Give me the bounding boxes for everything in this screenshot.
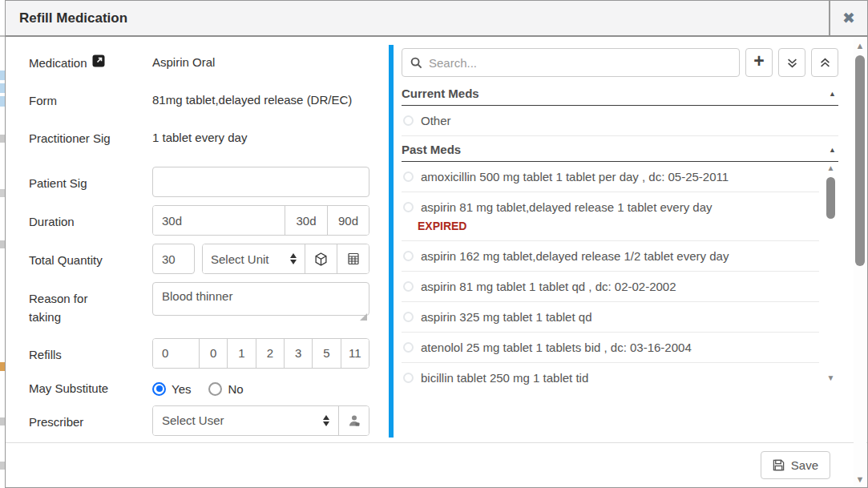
radio-unselected-icon xyxy=(208,382,222,396)
medication-row: Medication Aspirin Oral xyxy=(29,54,389,78)
expired-badge: EXPIRED xyxy=(418,220,819,240)
double-chevron-up-icon xyxy=(820,58,830,68)
refill-medication-dialog: Refill Medication ✖ Medication Aspirin O… xyxy=(5,0,868,488)
past-med-item[interactable]: bicillin tablet 250 mg 1 tablet tid xyxy=(402,363,819,385)
collapse-triangle-icon: ▲ xyxy=(829,146,838,154)
scroll-down-arrow[interactable]: ▼ xyxy=(854,474,866,484)
collapse-all-button[interactable] xyxy=(811,48,838,77)
med-radio-icon xyxy=(403,115,414,126)
dialog-body: Medication Aspirin Oral Form 81mg tablet… xyxy=(6,37,867,442)
refills-0-button[interactable]: 0 xyxy=(199,339,227,368)
calculator-icon xyxy=(347,252,360,265)
practitioner-sig-row: Practitioner Sig 1 tablet every day xyxy=(29,129,389,153)
med-radio-icon xyxy=(403,251,414,261)
refills-1-button[interactable]: 1 xyxy=(227,339,255,368)
refill-form: Medication Aspirin Oral Form 81mg tablet… xyxy=(6,37,389,442)
medication-label: Medication xyxy=(29,54,152,78)
expand-all-button[interactable] xyxy=(778,48,805,77)
total-quantity-input[interactable] xyxy=(152,244,195,274)
current-med-item-other[interactable]: Other xyxy=(402,106,838,136)
duration-row: Duration 30d 90d xyxy=(29,205,389,236)
dialog-header: Refill Medication ✖ xyxy=(6,1,867,37)
refills-5-button[interactable]: 5 xyxy=(312,339,340,368)
substitute-no-radio[interactable]: No xyxy=(208,382,243,396)
prescriber-select-value: Select User xyxy=(162,413,224,427)
patient-sig-row: Patient Sig xyxy=(29,167,389,197)
reason-row: Reason for taking Blood thinner xyxy=(29,282,389,327)
meds-panel: + Current Meds ▲ Other xyxy=(389,45,838,438)
radio-selected-icon xyxy=(152,382,166,396)
refills-3-button[interactable]: 3 xyxy=(284,339,312,368)
form-value: 81mg tablet,delayed release (DR/EC) xyxy=(152,91,352,115)
prescriber-label: Prescriber xyxy=(29,413,83,431)
current-meds-header[interactable]: Current Meds ▲ xyxy=(402,87,838,106)
reason-textarea[interactable]: Blood thinner xyxy=(152,282,369,316)
calculator-button[interactable] xyxy=(337,244,369,273)
may-substitute-label: May Substitute xyxy=(29,379,108,397)
save-button[interactable]: Save xyxy=(761,451,830,479)
dialog-footer: Save xyxy=(6,442,867,487)
unit-select-value: Select Unit xyxy=(211,252,269,266)
prescriber-row: Prescriber Select User xyxy=(29,405,389,436)
dialog-scrollbar: ▲ ▼ xyxy=(854,38,866,486)
med-radio-icon xyxy=(403,281,414,292)
patient-sig-label: Patient Sig xyxy=(29,174,87,192)
scrollbar-thumb[interactable] xyxy=(855,55,865,266)
cube-icon xyxy=(314,252,328,266)
patient-sig-input[interactable] xyxy=(152,167,369,197)
form-label: Form xyxy=(29,91,57,110)
reason-label: Reason for taking xyxy=(29,289,109,327)
collapse-triangle-icon: ▲ xyxy=(829,90,838,98)
duration-90d-button[interactable]: 90d xyxy=(327,206,369,235)
select-updown-icon xyxy=(323,415,329,426)
practitioner-sig-value: 1 tablet every day xyxy=(152,129,247,153)
med-radio-icon xyxy=(403,202,414,212)
past-med-item[interactable]: atenolol 25 mg tablet 1 tablets bid , dc… xyxy=(402,333,819,363)
refills-row: Refills 0 1 2 3 5 11 xyxy=(29,338,389,369)
unit-select[interactable]: Select Unit xyxy=(203,244,305,273)
refills-11-button[interactable]: 11 xyxy=(341,339,369,368)
past-meds-header[interactable]: Past Meds ▲ xyxy=(402,143,838,162)
refills-2-button[interactable]: 2 xyxy=(256,339,284,368)
may-substitute-row: May Substitute Yes No xyxy=(29,373,389,399)
choose-user-button[interactable] xyxy=(338,406,369,435)
total-quantity-row: Total Quantity Select Unit xyxy=(29,244,389,274)
past-meds-scrollbar: ▲ ▼ xyxy=(825,164,837,382)
med-radio-icon xyxy=(403,312,414,322)
form-row: Form 81mg tablet,delayed release (DR/EC) xyxy=(29,91,389,115)
past-med-item[interactable]: aspirin 162 mg tablet,delayed release 1/… xyxy=(402,241,819,272)
user-icon xyxy=(348,414,361,427)
close-icon: ✖ xyxy=(842,9,855,27)
close-button[interactable]: ✖ xyxy=(829,1,867,35)
meds-search[interactable] xyxy=(402,48,740,77)
dialog-title: Refill Medication xyxy=(6,1,829,35)
scrollbar-thumb[interactable] xyxy=(826,177,835,219)
scroll-up-arrow[interactable]: ▲ xyxy=(854,41,866,50)
scroll-up-arrow[interactable]: ▲ xyxy=(825,164,837,172)
duration-30d-button[interactable]: 30d xyxy=(285,206,327,235)
total-quantity-label: Total Quantity xyxy=(29,251,103,269)
duration-input[interactable] xyxy=(153,206,285,235)
past-med-item[interactable]: aspirin 81 mg tablet 1 tablet qd , dc: 0… xyxy=(402,272,819,302)
add-med-button[interactable]: + xyxy=(745,48,773,77)
prescriber-select[interactable]: Select User xyxy=(153,406,338,435)
scroll-down-arrow[interactable]: ▼ xyxy=(825,374,837,382)
practitioner-sig-label: Practitioner Sig xyxy=(29,129,111,147)
refills-input[interactable] xyxy=(153,339,199,368)
package-cube-button[interactable] xyxy=(305,244,337,273)
substitute-yes-radio[interactable]: Yes xyxy=(152,382,191,396)
refills-label: Refills xyxy=(29,345,62,364)
med-radio-icon xyxy=(403,171,414,182)
past-med-item[interactable]: aspirin 81 mg tablet,delayed release 1 t… xyxy=(402,192,819,214)
past-med-item[interactable]: amoxicillin 500 mg tablet 1 tablet per d… xyxy=(402,162,819,192)
external-link-square-icon[interactable] xyxy=(92,54,105,67)
meds-search-input[interactable] xyxy=(429,56,731,70)
plus-icon: + xyxy=(753,50,764,72)
double-chevron-down-icon xyxy=(787,58,797,68)
past-meds-list: amoxicillin 500 mg tablet 1 tablet per d… xyxy=(402,162,838,385)
duration-label: Duration xyxy=(29,212,75,231)
save-disk-icon xyxy=(773,459,785,471)
meds-toolbar: + xyxy=(402,48,838,77)
medication-value: Aspirin Oral xyxy=(152,54,215,78)
past-med-item[interactable]: aspirin 325 mg tablet 1 tablet qd xyxy=(402,302,819,333)
